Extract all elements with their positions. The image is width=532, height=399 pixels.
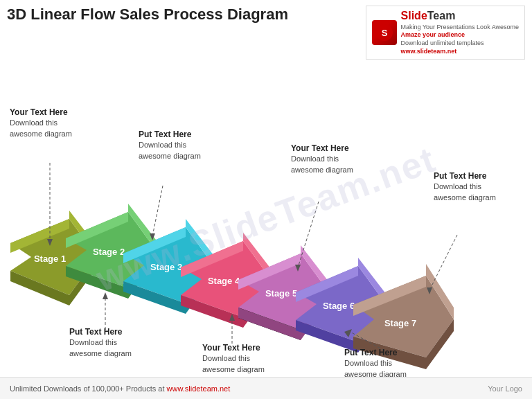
logo-icon: S — [372, 20, 397, 45]
logo-text: SlideTeam Making Your Presentations Look… — [401, 9, 519, 56]
annotation-bottom-left: Put Text Here Download this awesome diag… — [69, 326, 132, 360]
svg-text:Stage 1: Stage 1 — [34, 254, 66, 264]
annotation-bottom-center: Your Text Here Download this awesome dia… — [202, 342, 265, 375]
footer: Unlimited Downloads of 100,000+ Products… — [0, 377, 532, 399]
svg-text:Stage 2: Stage 2 — [93, 247, 125, 257]
annotation-top-center-right: Your Text Here Download this awesome dia… — [291, 143, 353, 176]
svg-marker-54 — [103, 292, 108, 299]
annotation-bottom-right: Put Text Here Download this awesome diag… — [344, 347, 407, 380]
annotation-top-left: Your Text Here Download this awesome dia… — [10, 107, 72, 140]
page-title: 3D Linear Flow Sales Process Diagram — [7, 6, 366, 24]
logo-box: S SlideTeam Making Your Presentations Lo… — [366, 6, 525, 60]
header: 3D Linear Flow Sales Process Diagram S S… — [0, 0, 532, 60]
annotation-top-right: Put Text Here Download this awesome diag… — [434, 170, 496, 204]
footer-logo-label: Your Logo — [488, 384, 522, 393]
svg-line-47 — [152, 186, 163, 236]
diagram-area: www.SlideTeam.net Stage 1 Stage 2 — [0, 60, 532, 378]
svg-text:S: S — [381, 28, 387, 38]
svg-text:Stage 5: Stage 5 — [265, 288, 297, 299]
annotation-top-center-left: Put Text Here Download this awesome diag… — [139, 129, 201, 162]
footer-text: Unlimited Downloads of 100,000+ Products… — [10, 384, 230, 393]
footer-link[interactable]: www.slideteam.net — [167, 384, 231, 393]
svg-text:Stage 6: Stage 6 — [323, 301, 355, 311]
svg-text:Stage 7: Stage 7 — [384, 318, 416, 328]
svg-text:Stage 3: Stage 3 — [150, 262, 182, 272]
svg-text:Stage 4: Stage 4 — [208, 276, 240, 286]
